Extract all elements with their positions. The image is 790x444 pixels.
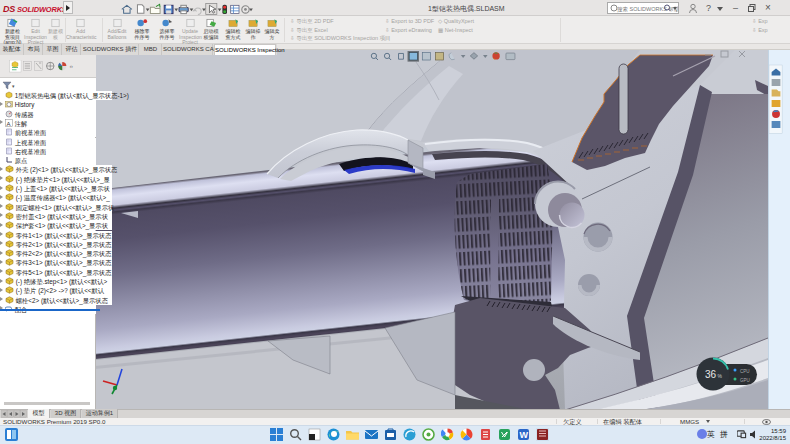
svg-text:W: W: [520, 430, 529, 440]
svg-text:GPU: GPU: [740, 378, 750, 383]
svg-text:▾: ▾: [12, 83, 15, 89]
svg-text:%: %: [718, 373, 723, 379]
svg-text:‹›: ‹›: [70, 64, 73, 69]
svg-text:CPU: CPU: [740, 369, 750, 374]
svg-text:A: A: [7, 120, 11, 126]
svg-text:36: 36: [705, 369, 717, 380]
